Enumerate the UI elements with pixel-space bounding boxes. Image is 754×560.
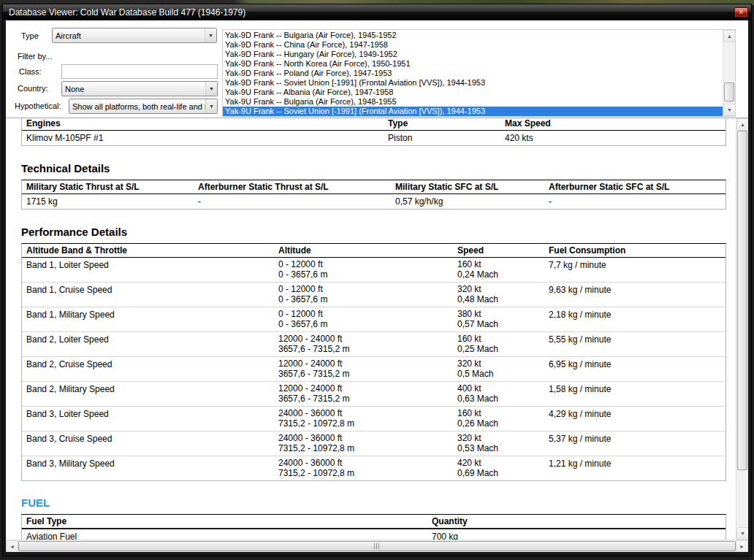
list-item[interactable]: Yak-9D Frank -- China (Air Force), 1947-…: [223, 40, 723, 50]
vertical-scrollbar[interactable]: ▲ ▼: [736, 118, 748, 540]
band-throttle: Band 1, Military Speed: [22, 307, 274, 331]
column-header: Fuel Type: [22, 515, 427, 528]
table-row: Aviation Fuel 700 kg: [22, 529, 726, 540]
platform-list-items: Yak-9D Frank -- Bulgaria (Air Force), 19…: [223, 30, 723, 116]
list-item[interactable]: Yak-9D Frank -- North Korea (Air Force),…: [223, 59, 723, 69]
ab-static-thrust: -: [194, 194, 391, 209]
fuel-type: Aviation Fuel: [22, 529, 427, 540]
fuel-consumption: 5,37 kg / minute: [544, 431, 726, 456]
table-row: Band 2, Loiter Speed 12000 - 24000 ft 36…: [22, 332, 726, 357]
band-throttle: Band 3, Cruise Speed: [22, 431, 274, 456]
scroll-left-icon[interactable]: ◄: [6, 540, 18, 552]
table-row: Band 1, Cruise Speed 0 - 12000 ft 0 - 36…: [22, 283, 726, 307]
window-titlebar[interactable]: Database Viewer: Cold War Database Build…: [3, 4, 751, 20]
window-title: Database Viewer: Cold War Database Build…: [9, 7, 245, 18]
column-header: Afterburner Static Thrust at S/L: [194, 180, 391, 193]
close-icon: ×: [739, 8, 744, 16]
table-row: Band 1, Loiter Speed 0 - 12000 ft 0 - 36…: [22, 258, 726, 283]
scroll-right-icon[interactable]: ►: [736, 540, 748, 552]
speed: 160 kt 0,24 Mach: [453, 258, 544, 282]
detail-content: Engines Type Max Speed Klimov M-105PF #1…: [6, 118, 736, 540]
band-throttle: Band 1, Cruise Speed: [22, 283, 274, 307]
horizontal-scrollbar-thumb[interactable]: [18, 541, 736, 551]
list-item[interactable]: Yak-9D Frank -- Soviet Union [-1991] (Fr…: [223, 78, 723, 88]
column-header: Altitude Band & Throttle: [22, 244, 274, 257]
dropdown-arrow-icon: ▼: [205, 82, 217, 96]
ab-static-sfc: -: [544, 194, 726, 209]
type-dropdown[interactable]: Aircraft ▼: [52, 28, 217, 43]
speed: 320 kt 0,5 Mach: [453, 357, 544, 381]
speed: 380 kt 0,57 Mach: [453, 307, 544, 331]
list-item[interactable]: Yak-9U Frank -- Albania (Air Force), 194…: [223, 88, 723, 97]
altitude-band: 0 - 12000 ft 0 - 3657,6 m: [274, 258, 453, 282]
fuel-consumption: 4,29 kg / minute: [544, 407, 726, 431]
table-header-row: Altitude Band & Throttle Altitude Speed …: [22, 244, 726, 258]
table-row: Band 3, Military Speed 24000 - 36000 ft …: [22, 456, 726, 480]
vertical-scrollbar-thumb[interactable]: [737, 131, 747, 470]
mil-static-sfc: 0,57 kg/h/kg: [391, 194, 544, 209]
column-header: Engines: [22, 118, 384, 130]
fuel-consumption: 1,58 kg / minute: [544, 382, 726, 406]
column-header: Afterburner Static SFC at S/L: [544, 180, 726, 193]
list-item[interactable]: Yak-9U Frank -- Bulgaria (Air Force), 19…: [223, 97, 723, 107]
section-heading-fuel: FUEL: [21, 496, 736, 509]
class-input[interactable]: [61, 64, 218, 79]
band-throttle: Band 2, Loiter Speed: [22, 332, 274, 356]
hypothetical-dropdown-value: Show all platforms, both real-life and h: [72, 102, 205, 111]
engine-type: Piston: [384, 131, 500, 145]
column-header: Speed: [453, 244, 544, 257]
table-row: 1715 kg - 0,57 kg/h/kg -: [22, 194, 726, 209]
band-throttle: Band 1, Loiter Speed: [22, 258, 274, 282]
column-header: Max Speed: [500, 118, 726, 130]
list-item[interactable]: Yak-9D Frank -- Bulgaria (Air Force), 19…: [223, 31, 723, 40]
section-heading-technical: Technical Details: [21, 162, 736, 174]
band-throttle: Band 2, Cruise Speed: [22, 357, 274, 381]
column-header: Military Static SFC at S/L: [391, 180, 544, 193]
table-header-row: Military Static Thrust at S/L Afterburne…: [22, 180, 726, 194]
hypothetical-dropdown[interactable]: Show all platforms, both real-life and h…: [69, 99, 218, 114]
fuel-consumption: 1,21 kg / minute: [544, 456, 726, 480]
altitude-band: 24000 - 36000 ft 7315,2 - 10972,8 m: [274, 456, 453, 480]
altitude-band: 24000 - 36000 ft 7315,2 - 10972,8 m: [274, 407, 453, 431]
table-row: Klimov M-105PF #1 Piston 420 kts: [22, 131, 726, 145]
mil-static-thrust: 1715 kg: [22, 194, 194, 209]
table-row: Band 3, Cruise Speed 24000 - 36000 ft 73…: [22, 431, 726, 456]
scroll-down-icon[interactable]: ▼: [723, 104, 736, 116]
column-header: Quantity: [427, 515, 726, 528]
engine-name: Klimov M-105PF #1: [22, 131, 384, 145]
list-item[interactable]: Yak-9D Frank -- Hungary (Air Force), 194…: [223, 50, 723, 59]
dropdown-arrow-icon: ▼: [205, 99, 217, 113]
band-throttle: Band 3, Military Speed: [22, 456, 274, 480]
filter-panel: Type Aircraft ▼ Filter by... Class: Coun…: [6, 20, 748, 118]
country-dropdown[interactable]: None ▼: [61, 81, 218, 96]
engine-max-speed: 420 kts: [500, 131, 726, 145]
altitude-band: 0 - 12000 ft 0 - 3657,6 m: [274, 283, 453, 307]
scroll-up-icon[interactable]: ▲: [736, 118, 748, 131]
altitude-band: 12000 - 24000 ft 3657,6 - 7315,2 m: [274, 357, 453, 381]
column-header: Fuel Consumption: [544, 244, 726, 257]
close-button[interactable]: ×: [734, 7, 748, 18]
list-scrollbar-thumb[interactable]: [724, 83, 734, 101]
horizontal-scrollbar[interactable]: ◄ ►: [6, 540, 748, 552]
list-item-selected[interactable]: Yak-9U Frank -- Soviet Union [-1991] (Fr…: [223, 107, 723, 116]
scroll-down-icon[interactable]: ▼: [736, 527, 748, 540]
list-item[interactable]: Yak-9D Frank -- Poland (Air Force), 1947…: [223, 69, 723, 78]
table-row: Band 3, Loiter Speed 24000 - 36000 ft 73…: [22, 407, 726, 431]
section-heading-performance: Performance Details: [21, 226, 736, 238]
altitude-band: 0 - 12000 ft 0 - 3657,6 m: [274, 307, 453, 331]
detail-pane: Engines Type Max Speed Klimov M-105PF #1…: [6, 118, 748, 552]
filter-by-label: Filter by...: [18, 52, 52, 61]
altitude-band: 12000 - 24000 ft 3657,6 - 7315,2 m: [274, 332, 453, 356]
speed: 160 kt 0,25 Mach: [453, 332, 544, 356]
class-label: Class:: [19, 67, 42, 76]
list-scrollbar[interactable]: ▲ ▼: [723, 30, 735, 116]
hypothetical-label: Hypothetical:: [15, 101, 61, 110]
column-header: Altitude: [274, 244, 453, 257]
platform-listbox: Yak-9D Frank -- Bulgaria (Air Force), 19…: [222, 29, 736, 117]
fuel-consumption: 9,63 kg / minute: [544, 283, 726, 307]
speed: 160 kt 0,26 Mach: [453, 407, 544, 431]
type-dropdown-value: Aircraft: [56, 31, 205, 40]
scroll-up-icon[interactable]: ▲: [723, 30, 736, 42]
dropdown-arrow-icon: ▼: [205, 28, 216, 42]
fuel-consumption: 6,95 kg / minute: [544, 357, 726, 381]
